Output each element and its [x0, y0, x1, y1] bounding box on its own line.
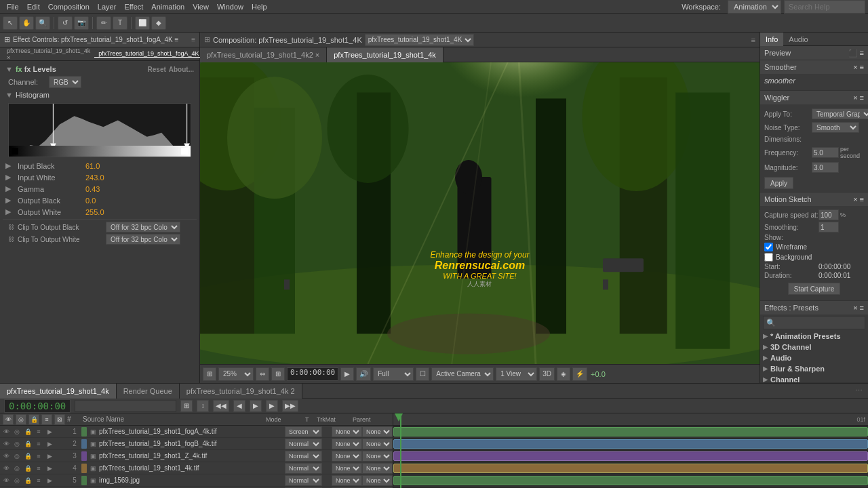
effects-presets-close-icon[interactable]: × — [853, 304, 857, 312]
tl-eye-icon[interactable]: 👁 — [3, 414, 14, 425]
wiggler-apply-btn[interactable]: Apply — [764, 177, 793, 189]
output-black-value[interactable]: 0.0 — [85, 197, 96, 205]
layer-3-mode-select[interactable]: Normal Screen — [285, 451, 322, 462]
preview-draft-btn[interactable]: ◈ — [557, 367, 570, 381]
layer-1-mode-select[interactable]: Screen Normal — [285, 426, 322, 437]
timeline-btn-6[interactable]: ▶▶ — [282, 400, 298, 412]
preview-expand-icon[interactable]: ⬛ — [848, 49, 858, 58]
preview-quality-select[interactable]: Full Half Quarter — [373, 367, 414, 381]
layer-4-mode-select[interactable]: Normal Screen — [285, 463, 322, 474]
tab-shot1-4k[interactable]: pfxTrees_tutorial_19_shot1_4k × — [3, 47, 94, 61]
toolbar-shape-tool[interactable]: ⬜ — [135, 16, 150, 30]
menu-view[interactable]: View — [189, 3, 213, 11]
tab-foga-4k[interactable]: pfxTrees_tutorial_19_shot1_fogA_4K — [94, 50, 203, 58]
preview-grid-btn[interactable]: ⊞ — [271, 367, 285, 381]
toolbar-rotate-tool[interactable]: ↺ — [58, 16, 73, 30]
preview-fast-btn[interactable]: ⚡ — [572, 367, 587, 381]
comp-tab-2[interactable]: pfxTrees_tutorial_19_shot1_4k — [327, 47, 443, 62]
layer-2-collapse-btn[interactable]: ≡ — [34, 439, 43, 449]
tl-lock-icon[interactable]: 🔒 — [28, 414, 39, 425]
timeline-btn-2[interactable]: ↕ — [197, 400, 209, 412]
timeline-search-input[interactable] — [75, 400, 176, 412]
effects-search-input[interactable] — [763, 316, 865, 329]
layer-2-name[interactable]: pfxTrees_tutorial_19_shot1_fogB_4k.tif — [98, 440, 285, 447]
layer-1-trikmat-select[interactable]: None — [332, 426, 362, 437]
timeline-bar-5[interactable] — [393, 476, 868, 485]
preview-play-btn[interactable]: ▶ — [340, 367, 354, 381]
layer-2-solo-btn[interactable]: ◎ — [12, 439, 22, 449]
effects-cat-animation[interactable]: ▶ * Animation Presets — [760, 331, 868, 342]
timeline-bar-4[interactable] — [393, 464, 868, 473]
wiggler-frequency-input[interactable] — [812, 147, 839, 158]
layer-5-parent-select[interactable]: None — [362, 475, 393, 486]
background-checkbox[interactable] — [764, 253, 773, 262]
layer-4-parent-select[interactable]: None — [362, 463, 393, 474]
layer-4-trikmat-select[interactable]: None — [332, 463, 362, 474]
timeline-btn-1[interactable]: ⊞ — [180, 400, 193, 412]
preview-region-btn[interactable]: ⊞ — [203, 367, 216, 381]
menu-file[interactable]: File — [3, 3, 23, 11]
layer-3-parent-select[interactable]: None — [362, 451, 393, 462]
layer-3-solo-btn[interactable]: ◎ — [12, 451, 22, 461]
layer-2-mode-select[interactable]: Normal Screen — [285, 439, 322, 449]
layer-2-parent-select[interactable]: None — [362, 439, 393, 449]
layer-4-name[interactable]: pfxTrees_tutorial_19_shot1_4k.tif — [98, 464, 285, 472]
timeline-btn-play[interactable]: ▶ — [250, 400, 262, 412]
menu-edit[interactable]: Edit — [23, 3, 44, 11]
toolbar-select-tool[interactable]: ↖ — [3, 16, 18, 30]
input-black-value[interactable]: 61.0 — [85, 162, 100, 170]
wireframe-checkbox[interactable] — [764, 243, 773, 251]
timeline-tab-shot1[interactable]: pfxTrees_tutorial_19_shot1_4k — [0, 384, 117, 399]
effects-presets-header[interactable]: Effects : Presets × ≡ — [760, 301, 868, 314]
timeline-bar-2[interactable] — [393, 439, 868, 449]
layer-2-lock-btn[interactable]: 🔒 — [23, 439, 33, 449]
menu-effect[interactable]: Effect — [120, 3, 147, 11]
output-white-value[interactable]: 255.0 — [85, 208, 104, 216]
effects-cat-audio[interactable]: ▶ Audio — [760, 352, 868, 363]
timeline-bar-3[interactable] — [393, 451, 868, 461]
preview-camera-select[interactable]: Active Camera — [431, 367, 494, 381]
right-tab-audio[interactable]: Audio — [783, 33, 813, 46]
wiggler-noise-type-select[interactable]: Smooth Jagged — [812, 122, 859, 133]
start-capture-btn[interactable]: Start Capture — [788, 283, 840, 295]
layer-5-trikmat-select[interactable]: None — [332, 475, 362, 486]
comp-header-menu[interactable]: ≡ — [751, 36, 755, 44]
timecode-display[interactable]: 0:00:00:00 — [4, 399, 71, 413]
levels-about-btn[interactable]: About... — [169, 66, 194, 73]
layer-2-eye-btn[interactable]: 👁 — [1, 439, 11, 449]
layer-1-parent-select[interactable]: None — [362, 426, 393, 437]
menu-animation[interactable]: Animation — [147, 3, 189, 11]
channel-select[interactable]: RGB — [49, 76, 81, 88]
preview-fit-btn[interactable]: ⇔ — [256, 367, 269, 381]
wiggler-close-icon[interactable]: × — [853, 94, 857, 102]
layer-3-trikmat-select[interactable]: None — [332, 451, 362, 462]
black-point-handle[interactable] — [12, 148, 18, 155]
toolbar-text-tool[interactable]: T — [113, 16, 127, 30]
layer-2-expand-btn[interactable]: ▶ — [45, 439, 54, 449]
input-white-value[interactable]: 243.0 — [85, 174, 104, 182]
gamma-value[interactable]: 0.43 — [85, 185, 100, 193]
menu-window[interactable]: Window — [213, 3, 248, 11]
layer-4-solo-btn[interactable]: ◎ — [12, 464, 22, 473]
layer-1-solo-btn[interactable]: ◎ — [12, 427, 22, 436]
layer-1-lock-btn[interactable]: 🔒 — [23, 427, 33, 436]
layer-3-collapse-btn[interactable]: ≡ — [34, 451, 43, 461]
timeline-bar-1[interactable] — [393, 427, 868, 436]
menu-help[interactable]: Help — [248, 3, 271, 11]
capture-speed-input[interactable] — [818, 209, 839, 220]
layer-3-expand-btn[interactable]: ▶ — [45, 451, 54, 461]
preview-timecode[interactable]: 0:00:00:00 — [287, 367, 338, 381]
wiggler-magnitude-input[interactable] — [812, 162, 839, 173]
layer-1-collapse-btn[interactable]: ≡ — [34, 427, 43, 436]
levels-reset-btn[interactable]: Reset — [148, 66, 166, 73]
layer-5-expand-btn[interactable]: ▶ — [45, 476, 54, 485]
timeline-btn-3[interactable]: ◀◀ — [213, 400, 229, 412]
effects-cat-3d[interactable]: ▶ 3D Channel — [760, 342, 868, 352]
search-help-input[interactable] — [784, 0, 865, 14]
layer-4-expand-btn[interactable]: ▶ — [45, 464, 54, 473]
smoother-menu-icon[interactable]: ≡ — [860, 63, 864, 71]
timeline-tab-shot2[interactable]: pfxTrees_tutorial_19_shot1_4k 2 — [180, 384, 302, 399]
wiggler-header[interactable]: Wiggler × ≡ — [760, 91, 868, 104]
wiggler-apply-to-select[interactable]: Temporal Graph Spatial Path — [812, 108, 868, 119]
smoother-close-icon[interactable]: × — [853, 63, 857, 71]
